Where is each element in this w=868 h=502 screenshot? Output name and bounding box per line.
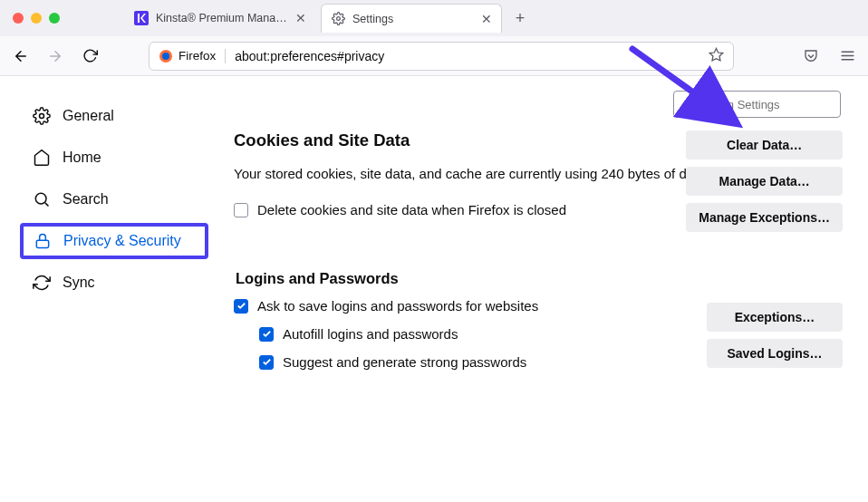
back-button[interactable] xyxy=(9,44,33,68)
checkbox-label: Delete cookies and site data when Firefo… xyxy=(257,202,566,217)
checkbox-unchecked[interactable] xyxy=(234,203,248,217)
svg-point-11 xyxy=(35,193,46,204)
browser-toolbar: Firefox about:preferences#privacy xyxy=(0,36,868,76)
sidebar-item-search[interactable]: Search xyxy=(20,181,208,217)
close-window-button[interactable] xyxy=(13,13,24,24)
sidebar-item-sync[interactable]: Sync xyxy=(20,265,208,301)
lock-icon xyxy=(33,231,53,251)
manage-data-button[interactable]: Manage Data… xyxy=(686,167,843,196)
sidebar-item-label: General xyxy=(63,108,114,124)
close-tab-icon[interactable]: ✕ xyxy=(481,12,492,26)
logins-exceptions-button[interactable]: Exceptions… xyxy=(707,303,843,332)
window-controls xyxy=(13,13,60,24)
forward-button[interactable] xyxy=(43,44,67,68)
identity-label: Firefox xyxy=(178,49,216,63)
sidebar-item-label: Privacy & Security xyxy=(63,233,181,249)
gear-icon xyxy=(32,106,52,126)
sidebar-item-privacy[interactable]: Privacy & Security xyxy=(20,223,208,259)
sync-icon xyxy=(32,273,52,293)
tab-label: Settings xyxy=(352,13,474,25)
checkbox-checked[interactable] xyxy=(259,355,274,370)
settings-main: Cookies and Site Data Your stored cookie… xyxy=(208,76,868,502)
search-icon xyxy=(32,189,52,209)
reload-button[interactable] xyxy=(78,44,101,68)
gear-icon xyxy=(331,12,345,26)
sidebar-item-label: Home xyxy=(63,150,101,166)
checkbox-checked[interactable] xyxy=(259,327,274,342)
clear-data-button[interactable]: Clear Data… xyxy=(686,130,843,159)
tab-label: Kinsta® Premium Managed Word xyxy=(156,12,288,24)
manage-exceptions-button[interactable]: Manage Exceptions… xyxy=(686,203,843,232)
menu-icon[interactable] xyxy=(835,44,859,68)
tab-bar: Kinsta® Premium Managed Word ✕ Settings … xyxy=(0,0,868,36)
svg-line-12 xyxy=(45,203,49,207)
checkbox-label: Autofill logins and passwords xyxy=(283,326,458,342)
svg-point-1 xyxy=(336,17,340,21)
home-icon xyxy=(32,148,52,168)
tab-kinsta[interactable]: Kinsta® Premium Managed Word ✕ xyxy=(125,4,315,33)
identity-box[interactable]: Firefox xyxy=(159,49,226,63)
new-tab-button[interactable]: + xyxy=(507,9,533,28)
sidebar-item-home[interactable]: Home xyxy=(20,140,208,176)
minimize-window-button[interactable] xyxy=(31,13,42,24)
svg-rect-13 xyxy=(36,240,48,247)
sidebar-item-general[interactable]: General xyxy=(20,98,208,134)
pocket-icon[interactable] xyxy=(799,44,823,68)
checkbox-checked[interactable] xyxy=(234,299,248,314)
url-text: about:preferences#privacy xyxy=(235,49,699,63)
settings-sidebar: General Home Search Privacy & Security S… xyxy=(0,76,208,502)
logins-section-title: Logins and Passwords xyxy=(236,270,843,287)
checkbox-label: Suggest and generate strong passwords xyxy=(283,354,526,370)
sidebar-item-label: Sync xyxy=(63,275,95,291)
svg-marker-4 xyxy=(709,48,722,60)
sidebar-item-label: Search xyxy=(63,191,109,208)
kinsta-favicon xyxy=(134,11,149,25)
saved-logins-button[interactable]: Saved Logins… xyxy=(707,339,843,368)
checkbox-label: Ask to save logins and passwords for web… xyxy=(257,298,538,314)
url-bar[interactable]: Firefox about:preferences#privacy xyxy=(149,42,734,71)
svg-point-3 xyxy=(162,53,169,60)
tab-settings[interactable]: Settings ✕ xyxy=(321,4,502,33)
bookmark-star-icon[interactable] xyxy=(709,47,724,65)
firefox-icon xyxy=(159,49,173,63)
close-tab-icon[interactable]: ✕ xyxy=(295,11,306,25)
svg-point-10 xyxy=(40,114,44,119)
maximize-window-button[interactable] xyxy=(49,13,60,24)
